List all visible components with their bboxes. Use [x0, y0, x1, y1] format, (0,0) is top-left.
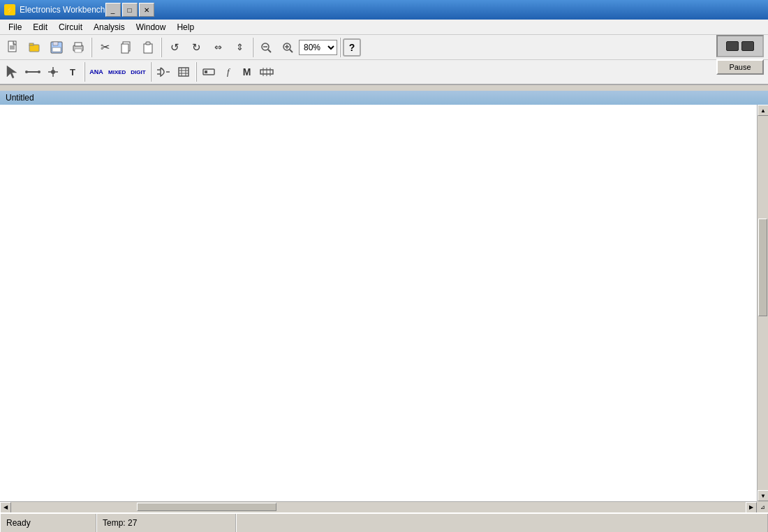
rotate-ccw-button[interactable]: ↺ — [164, 37, 185, 58]
menu-bar: FileEditCircuitAnalysisWindowHelp — [0, 20, 768, 35]
function-btn[interactable]: f — [219, 61, 237, 82]
cut-button[interactable]: ✂ — [94, 37, 115, 58]
svg-rect-7 — [53, 42, 58, 45]
save-button[interactable] — [46, 37, 67, 58]
menu-item-file[interactable]: File — [3, 21, 27, 34]
node-tool[interactable] — [43, 61, 63, 82]
status-panel-temp: Temp: 27 — [96, 514, 236, 532]
run-indicator-box: Pause — [715, 35, 765, 75]
zoom-select[interactable]: 50%60%70%80%90%100%150%200% — [299, 40, 337, 55]
menu-item-analysis[interactable]: Analysis — [88, 21, 131, 34]
menu-item-window[interactable]: Window — [131, 21, 172, 34]
run-indicator-panel — [716, 35, 764, 57]
canvas-title: Untitled — [6, 93, 34, 103]
app-icon: ⚡ — [4, 4, 15, 15]
run-light-1 — [726, 41, 739, 51]
vscroll-down-button[interactable]: ▼ — [758, 490, 768, 501]
memory-btn[interactable] — [174, 61, 193, 82]
toolbar1: ✂ ↺ ↻ ⇔ ⇕ 50%60%70%80%90%100%150%200% ? — [0, 35, 768, 60]
hscroll-thumb[interactable] — [137, 503, 276, 511]
mixed-btn[interactable]: MIXED — [106, 61, 128, 82]
digital-btn[interactable]: DIGIT — [128, 61, 147, 82]
svg-point-24 — [25, 71, 28, 73]
toolbar2: T ANA MIXED DIGIT f M — [0, 60, 768, 85]
status-text: Ready — [6, 518, 31, 528]
separator-3 — [252, 38, 253, 57]
svg-rect-11 — [75, 49, 82, 52]
zoom-control: 50%60%70%80%90%100%150%200% — [299, 40, 337, 55]
main-area: Untitled ▲ ▼ ◀ ▶ ⊿ — [0, 91, 768, 512]
svg-rect-8 — [52, 47, 61, 52]
hscroll-left-button[interactable]: ◀ — [0, 502, 11, 513]
horizontal-scrollbar[interactable]: ◀ ▶ — [0, 501, 757, 512]
copy-button[interactable] — [116, 37, 137, 58]
flip-h-button[interactable]: ⇔ — [207, 37, 228, 58]
maximize-button[interactable]: □ — [122, 3, 138, 17]
svg-rect-38 — [205, 71, 207, 73]
temp-text: Temp: 27 — [103, 518, 137, 528]
vscroll-up-button[interactable]: ▲ — [758, 105, 768, 116]
new-button[interactable] — [3, 37, 24, 58]
separator-4 — [339, 38, 341, 57]
svg-line-20 — [290, 50, 293, 52]
canvas-title-bar: Untitled — [0, 91, 768, 105]
gate-btn[interactable] — [154, 61, 173, 82]
status-panel-ready: Ready — [0, 514, 96, 532]
misc-btn[interactable] — [257, 61, 276, 82]
print-button[interactable] — [68, 37, 89, 58]
text-tool[interactable]: T — [64, 61, 82, 82]
separator-t2 — [150, 62, 152, 82]
open-button[interactable] — [24, 37, 45, 58]
scroll-corner: ⊿ — [757, 501, 768, 512]
separator-2 — [161, 38, 162, 57]
canvas-area[interactable] — [0, 105, 757, 501]
vertical-scrollbar[interactable]: ▲ ▼ — [757, 105, 768, 501]
zoom-in-button[interactable] — [277, 37, 298, 58]
indicator-btn[interactable] — [199, 61, 219, 82]
separator-t3 — [195, 62, 197, 82]
rotate-cw-button[interactable]: ↻ — [186, 37, 207, 58]
menu-item-edit[interactable]: Edit — [27, 21, 53, 34]
analog-btn[interactable]: ANA — [87, 61, 105, 82]
svg-point-25 — [38, 71, 40, 73]
svg-rect-5 — [29, 43, 34, 45]
menu-item-help[interactable]: Help — [171, 21, 200, 34]
zoom-out-button[interactable] — [256, 37, 276, 58]
title-text: Electronics Workbench — [20, 5, 105, 15]
title-bar: ⚡ Electronics Workbench _ □ ✕ — [0, 0, 768, 20]
pause-button[interactable]: Pause — [716, 59, 764, 75]
close-button[interactable]: ✕ — [139, 3, 154, 17]
wire-tool[interactable] — [23, 61, 43, 82]
status-bar: Ready Temp: 27 — [0, 512, 768, 532]
flip-v-button[interactable]: ⇕ — [229, 37, 250, 58]
run-light-2 — [741, 41, 754, 51]
svg-point-28 — [51, 70, 55, 74]
hscroll-right-button[interactable]: ▶ — [746, 502, 757, 513]
svg-rect-14 — [144, 44, 152, 53]
pointer-tool[interactable] — [3, 61, 22, 82]
svg-rect-13 — [121, 44, 128, 53]
window-controls: _ □ ✕ — [105, 3, 154, 17]
vscroll-thumb[interactable] — [758, 219, 767, 316]
separator-1 — [91, 38, 92, 57]
svg-rect-10 — [75, 43, 82, 46]
menu-item-circuit[interactable]: Circuit — [53, 21, 88, 34]
hscroll-track — [11, 502, 746, 513]
svg-rect-32 — [179, 68, 189, 76]
measure-btn[interactable]: M — [238, 61, 256, 82]
svg-line-17 — [268, 50, 271, 52]
status-panel-empty — [236, 514, 768, 532]
minimize-button[interactable]: _ — [105, 3, 121, 17]
paste-button[interactable] — [138, 37, 158, 58]
svg-rect-15 — [146, 42, 150, 45]
separator-t1 — [84, 62, 85, 82]
help-button[interactable]: ? — [343, 38, 361, 57]
